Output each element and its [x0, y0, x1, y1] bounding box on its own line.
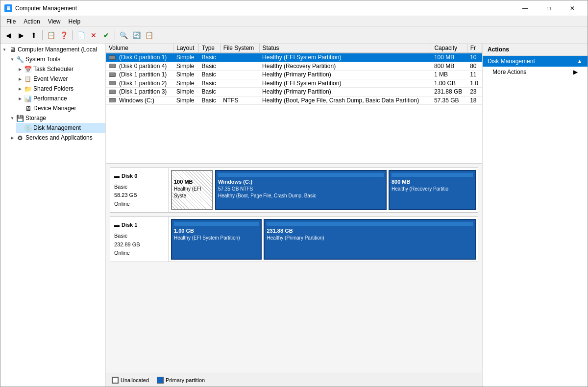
- disk1-size: 232.89 GB: [114, 241, 165, 249]
- tree-root[interactable]: ▼ 🖥 Computer Management (Local: [0, 45, 105, 54]
- cell-capacity: 231.88 GB: [431, 88, 467, 97]
- actions-section-disk-mgmt[interactable]: Disk Management ▲: [483, 56, 588, 67]
- table-row[interactable]: (Disk 0 partition 4) Simple Basic Health…: [106, 62, 482, 71]
- cell-capacity: 800 MB: [431, 62, 467, 71]
- menu-view[interactable]: View: [44, 17, 65, 26]
- system-tools-icon: 🔧: [16, 55, 24, 63]
- refresh-button[interactable]: 🔄: [130, 29, 142, 41]
- cell-volume: Windows (C:): [106, 96, 173, 105]
- cell-fs: [220, 79, 259, 88]
- help-button[interactable]: ❓: [58, 29, 70, 41]
- event-viewer-icon: 📋: [24, 75, 32, 83]
- col-volume[interactable]: Volume: [106, 44, 173, 53]
- disk1-type: Basic: [114, 232, 165, 241]
- disk-management-icon: 💿: [24, 124, 32, 132]
- col-fr[interactable]: Fr: [467, 44, 482, 53]
- disk0-part1-header: [174, 173, 210, 177]
- cell-fr: 11: [467, 71, 482, 79]
- cell-status: Healthy (Primary Partition): [259, 88, 431, 97]
- rename-button[interactable]: ✔: [100, 29, 112, 41]
- disk1-part2-label: 231.88 GB: [267, 228, 473, 234]
- disk0-part2-header: [218, 173, 384, 177]
- tree-services-and-apps[interactable]: ▶ ⚙ Services and Applications: [8, 133, 105, 143]
- cell-volume: (Disk 0 partition 4): [106, 62, 173, 71]
- cell-type: Basic: [198, 79, 220, 88]
- tree-task-scheduler[interactable]: ▶ 📅 Task Scheduler: [16, 64, 105, 74]
- cell-volume: (Disk 1 partition 3): [106, 88, 173, 97]
- cell-fr: 1.0: [467, 79, 482, 88]
- col-layout[interactable]: Layout: [173, 44, 199, 53]
- disk1-partitions: 1.00 GB Healthy (EFI System Partition) 2…: [169, 217, 478, 261]
- disk1-part1-label: 1.00 GB: [174, 228, 259, 234]
- storage-expander: ▼: [8, 114, 16, 122]
- disk-table-area[interactable]: Volume Layout Type File System Status Ca…: [106, 44, 482, 164]
- disk0-type: Basic: [114, 183, 165, 192]
- menu-action[interactable]: Action: [20, 17, 44, 26]
- primary-box: [157, 377, 164, 384]
- table-row[interactable]: (Disk 0 partition 1) Simple Basic Health…: [106, 53, 482, 62]
- disk1-part1[interactable]: 1.00 GB Healthy (EFI System Partition): [171, 219, 262, 259]
- task-scheduler-label: Task Scheduler: [33, 66, 74, 73]
- table-row[interactable]: Windows (C:) Simple Basic NTFS Healthy (…: [106, 96, 482, 105]
- cell-status: Healthy (Boot, Page File, Crash Dump, Ba…: [259, 96, 431, 105]
- up-button[interactable]: ⬆: [28, 29, 40, 41]
- disk0-part3-label: 800 MB: [392, 179, 473, 185]
- tree-disk-management[interactable]: 💿 Disk Management: [16, 123, 105, 133]
- system-tools-expander: ▼: [8, 55, 16, 63]
- export-button[interactable]: 📋: [143, 29, 155, 41]
- col-status[interactable]: Status: [259, 44, 431, 53]
- tree-device-manager[interactable]: 🖥 Device Manager: [16, 103, 105, 113]
- legend-unallocated: Unallocated: [112, 377, 149, 384]
- cell-status: Healthy (EFI System Partition): [259, 79, 431, 88]
- tree-system-tools[interactable]: ▼ 🔧 System Tools: [8, 54, 105, 64]
- disk0-part2[interactable]: Windows (C:) 57.35 GB NTFSHealthy (Boot,…: [215, 170, 387, 210]
- col-type[interactable]: Type: [198, 44, 220, 53]
- cell-capacity: 100 MB: [431, 53, 467, 62]
- disk-table: Volume Layout Type File System Status Ca…: [106, 44, 482, 105]
- cell-fr: 18: [467, 96, 482, 105]
- cell-fs: [220, 62, 259, 71]
- back-button[interactable]: ◀: [2, 29, 14, 41]
- actions-more-actions[interactable]: More Actions ▶: [483, 67, 588, 77]
- disk0-info: ▬Disk 0 Basic 58.23 GB Online: [110, 168, 169, 212]
- col-fs[interactable]: File System: [220, 44, 259, 53]
- disk0-part3[interactable]: 800 MB Healthy (Recovery Partitio: [389, 170, 476, 210]
- new-button[interactable]: 📄: [75, 29, 87, 41]
- maximize-button[interactable]: □: [538, 0, 560, 16]
- cell-status: Healthy (Recovery Partition): [259, 62, 431, 71]
- show-hide-button[interactable]: 📋: [45, 29, 57, 41]
- computer-icon: 🖥: [8, 46, 16, 53]
- storage-label: Storage: [25, 115, 46, 121]
- cell-type: Basic: [198, 62, 220, 71]
- toolbar: ◀ ▶ ⬆ 📋 ❓ 📄 ✕ ✔ 🔍 🔄 📋: [0, 27, 588, 44]
- table-row[interactable]: (Disk 1 partition 3) Simple Basic Health…: [106, 88, 482, 97]
- tree-shared-folders[interactable]: ▶ 📁 Shared Folders: [16, 84, 105, 94]
- shared-folders-label: Shared Folders: [33, 85, 74, 92]
- menu-file[interactable]: File: [2, 17, 20, 26]
- cell-type: Basic: [198, 53, 220, 62]
- actions-panel: Actions Disk Management ▲ More Actions ▶: [482, 44, 588, 387]
- disk0-part1[interactable]: 100 MB Healthy (EFI Syste: [171, 170, 213, 210]
- disk1-part2[interactable]: 231.88 GB Healthy (Primary Partition): [264, 219, 476, 259]
- tree-storage[interactable]: ▼ 💾 Storage: [8, 113, 105, 123]
- cell-volume: (Disk 0 partition 1): [106, 53, 173, 62]
- close-button[interactable]: ✕: [561, 0, 584, 16]
- cell-capacity: 57.35 GB: [431, 96, 467, 105]
- table-row[interactable]: (Disk 1 partition 1) Simple Basic Health…: [106, 71, 482, 79]
- forward-button[interactable]: ▶: [15, 29, 27, 41]
- tree-event-viewer[interactable]: ▶ 📋 Event Viewer: [16, 74, 105, 84]
- disk1-status: Online: [114, 249, 165, 258]
- tree-performance[interactable]: ▶ 📊 Performance: [16, 94, 105, 103]
- find-button[interactable]: 🔍: [118, 29, 129, 41]
- col-capacity[interactable]: Capacity: [431, 44, 467, 53]
- disk-management-label: Disk Management: [33, 124, 81, 131]
- separator-3: [115, 30, 115, 40]
- table-row[interactable]: (Disk 1 partition 2) Simple Basic Health…: [106, 79, 482, 88]
- delete-button[interactable]: ✕: [88, 29, 99, 41]
- disk0-part2-label: Windows (C:): [218, 179, 384, 185]
- disk0-name: ▬Disk 0: [114, 172, 165, 181]
- minimize-button[interactable]: —: [514, 0, 537, 16]
- disk0-size: 58.23 GB: [114, 191, 165, 200]
- menu-help[interactable]: Help: [65, 17, 85, 26]
- tree-panel: ▼ 🖥 Computer Management (Local ▼ 🔧 Syste…: [0, 44, 106, 387]
